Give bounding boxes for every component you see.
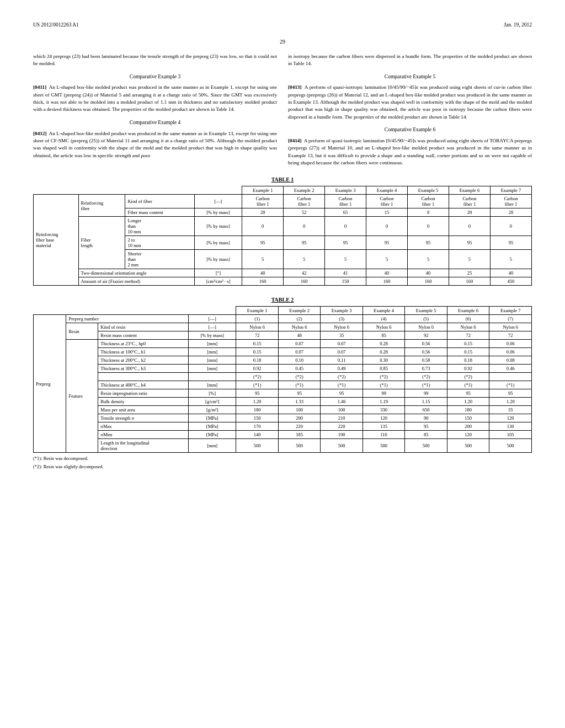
t1-unit-2to10: [% by mass]: [194, 236, 242, 250]
t2-ex3-omim: 190: [321, 431, 363, 439]
t1-ex1-fmc: 28: [242, 208, 284, 217]
t1-col-ex4: Example 4: [366, 186, 408, 195]
t2-tensile-label: Tensile strength σ: [98, 414, 189, 422]
t2-ex4-omim: 110: [363, 431, 405, 439]
t1-ex3-shorter: 5: [325, 250, 366, 269]
t1-ex3-longer: 0: [325, 217, 366, 236]
t2-ex3-omax: 220: [321, 422, 363, 431]
t2-ex4-mass: 330: [363, 406, 405, 414]
table-row: Length in the longitudinaldirection [mm]…: [34, 439, 532, 453]
t1-fiber-length-label: Fiberlength: [78, 217, 125, 269]
t1-ex7-kind: Carbonfiber 1: [490, 195, 531, 208]
t2-ex3-t200: 0.11: [321, 356, 363, 365]
table-row: Prepreg Prepreg number [—] (1) (2) (3) (…: [34, 315, 532, 323]
t2-ex4-t300: 0.85: [363, 365, 405, 373]
t2-unit-thick100: [mm]: [189, 348, 236, 356]
t2-ex6-t23: 0.15: [447, 340, 489, 348]
t2-col-ex4: Example 4: [363, 307, 405, 315]
t1-ex7-fmc: 28: [490, 208, 531, 217]
t1-ex7-longer: 0: [490, 217, 531, 236]
t2-unit-omim: [MPa]: [189, 431, 236, 439]
t1-ex3-frazier: 150: [325, 277, 366, 286]
t2-ex5-omim: 85: [405, 431, 447, 439]
t1-2to10-label: 2 to10 mm: [125, 236, 194, 250]
t1-longer-label: Longerthan10 mm: [125, 217, 194, 236]
t2-ex7-t300: 0.46: [489, 365, 532, 373]
t2-ex4-bulk: 1.19: [363, 398, 405, 406]
t1-ex4-kind: Carbonfiber 1: [366, 195, 408, 208]
patent-number: US 2012/0012263 A1: [33, 22, 79, 28]
t2-ex7-resin: Nylon 6: [489, 323, 532, 331]
t2-col-ex5: Example 5: [405, 307, 447, 315]
t2-kind-resin-label: Kind of resin: [98, 323, 189, 331]
t2-ex1-bulk: 1.20: [236, 398, 279, 406]
t1-ex7-orient: 40: [490, 269, 531, 277]
t2-thick400-label: Thickness at 400°C., h4: [98, 381, 189, 389]
t2-unit-num: [—]: [189, 315, 236, 323]
t1-ex1-orient: 40: [242, 269, 284, 277]
t1-ex6-longer: 0: [449, 217, 490, 236]
t2-ex1-t23: 0.15: [236, 340, 279, 348]
t1-ex6-frazier: 160: [449, 277, 490, 286]
page-number: 29: [33, 39, 532, 45]
t2-ex5-resin: Nylon 6: [405, 323, 447, 331]
t2-ex5-t300: 0.73: [405, 365, 447, 373]
t1-unit-longer: [% by mass]: [194, 217, 242, 236]
t2-ex1-t100: 0.15: [236, 348, 279, 356]
table-row: Fiberlength Longerthan10 mm [% by mass] …: [34, 217, 532, 236]
t1-col-ex3: Example 3: [325, 186, 366, 195]
t2-ex2-t300: 0.45: [278, 365, 321, 373]
t2-mass-label: Mass per unit area: [98, 406, 189, 414]
t2-ex1-resin: Nylon 6: [236, 323, 279, 331]
t1-unit-orientation: [°]: [194, 269, 242, 277]
t1-ex5-frazier: 160: [408, 277, 449, 286]
t2-ex2-omim: 185: [278, 431, 321, 439]
t2-unit-thick400: [mm]: [189, 381, 236, 389]
t2-ex2-resin: Nylon 6: [278, 323, 321, 331]
t2-ex1-t300: 0.92: [236, 365, 279, 373]
left-intro-text: which 24 prepregs (23) had been laminate…: [33, 53, 277, 68]
left-column: which 24 prepregs (23) had been laminate…: [33, 53, 277, 167]
t2-ex6-length: 500: [447, 439, 489, 453]
t1-col-ex2: Example 2: [284, 186, 325, 195]
comp-example-3-heading: Comparative Example 3: [33, 73, 277, 81]
t2-ex3-rmc: 35: [321, 331, 363, 340]
table-row: σMax [MPa] 170 220 220 135 95 200 130: [34, 422, 532, 431]
t2-ex2-tensile: 200: [278, 414, 321, 422]
t2-ex1-tensile: 150: [236, 414, 279, 422]
t2-prepreg-num-label: Prepreg number: [66, 315, 189, 323]
t2-col-ex7: Example 7: [489, 307, 532, 315]
table2: Example 1 Example 2 Example 3 Example 4 …: [33, 306, 532, 453]
t2-ex6-mass: 180: [447, 406, 489, 414]
t2-ex1-omim: 140: [236, 431, 279, 439]
table-row: Two-dimensional orientation angle [°] 40…: [34, 269, 532, 277]
t2-ex5-t400: (*1): [405, 381, 447, 389]
t1-ex2-fmc: 52: [284, 208, 325, 217]
t2-ex5-length: 500: [405, 439, 447, 453]
t2-ex6-rmc: 72: [447, 331, 489, 340]
t2-ex3-bulk: 1.46: [321, 398, 363, 406]
t2-resin-group: Resin: [66, 323, 98, 340]
table1-title: TABLE 1: [33, 176, 532, 183]
t2-ex6-t300: 0.92: [447, 365, 489, 373]
t1-col-ex7: Example 7: [490, 186, 531, 195]
t2-ex3-t400: (*1): [321, 381, 363, 389]
t1-col-ex1: Example 1: [242, 186, 284, 195]
t2-ex6-resin: Nylon 6: [447, 323, 489, 331]
t2-unit-imp: [%]: [189, 389, 236, 398]
t2-ex7-fn300: [489, 373, 532, 381]
t1-kind-fiber-label: Kind of fiber: [125, 195, 194, 208]
t1-ex3-fmc: 65: [325, 208, 366, 217]
t2-unit-resin: [—]: [189, 323, 236, 331]
comp-example-4-heading: Comparative Example 4: [33, 119, 277, 127]
t2-ex4-imp: 99: [363, 389, 405, 398]
t2-ex7-mass: 35: [489, 406, 532, 414]
t2-ex4-t23: 0.28: [363, 340, 405, 348]
t2-ex3-resin: Nylon 6: [321, 323, 363, 331]
t2-ex5-mass: 650: [405, 406, 447, 414]
t2-length-label: Length in the longitudinaldirection: [98, 439, 189, 453]
t2-ex5-bulk: 1.15: [405, 398, 447, 406]
t1-frazier-label: Amount of air (Frazier method): [78, 277, 194, 286]
table2-title: TABLE 2: [33, 297, 532, 303]
page-header: US 2012/0012263 A1 Jan. 19, 2012: [33, 22, 532, 28]
